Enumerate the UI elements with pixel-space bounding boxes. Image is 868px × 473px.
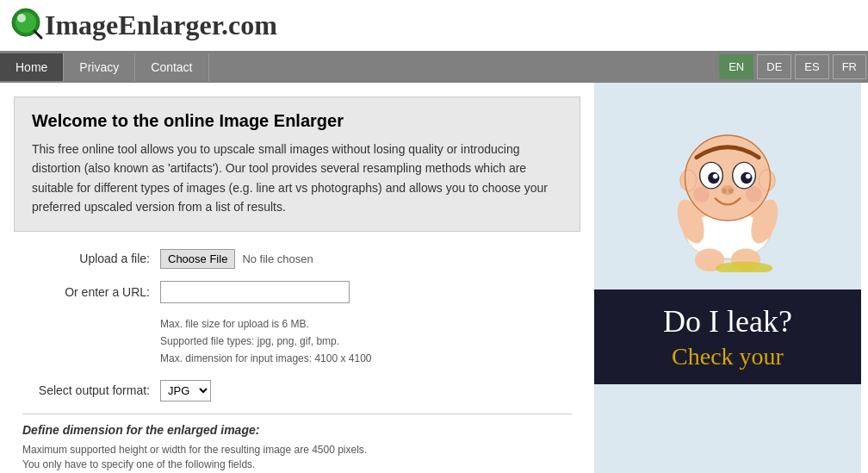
nav-contact[interactable]: Contact: [135, 53, 208, 81]
svg-point-12: [713, 174, 718, 179]
format-control: JPG PNG GIF BMP: [160, 380, 211, 401]
no-file-text: No file chosen: [242, 252, 313, 265]
dimension-section: Define dimension for the enlarged image:…: [22, 414, 572, 470]
dimension-text-2: You only have to specify one of the foll…: [22, 458, 572, 470]
baby-image-area: [594, 83, 861, 289]
svg-line-3: [34, 31, 41, 38]
url-control: [160, 281, 350, 303]
file-info-types: Supported file types: jpg, png, gif, bmp…: [160, 333, 572, 350]
file-info-dim: Max. dimension for input images: 4100 x …: [160, 350, 572, 367]
lang-es[interactable]: ES: [795, 54, 828, 79]
svg-point-19: [746, 186, 762, 202]
format-label: Select output format:: [22, 383, 160, 397]
welcome-text: This free online tool allows you to upsc…: [32, 140, 562, 217]
site-title: ImageEnlarger.com: [45, 9, 277, 41]
dimension-text-1: Maximum supported height or width for th…: [22, 442, 572, 458]
svg-point-24: [716, 262, 773, 272]
header: ImageEnlarger.com: [0, 0, 868, 51]
svg-point-14: [746, 174, 751, 179]
svg-point-18: [693, 186, 710, 202]
sidebar: Do I leak? Check your: [594, 83, 861, 473]
lang-fr[interactable]: FR: [833, 54, 866, 79]
svg-point-2: [17, 14, 26, 22]
upload-control: Choose File No file chosen: [160, 249, 313, 269]
form-area: Upload a file: Choose File No file chose…: [14, 249, 580, 470]
welcome-box: Welcome to the online Image Enlarger Thi…: [14, 96, 580, 232]
svg-point-17: [728, 189, 734, 194]
file-info: Max. file size for upload is 6 MB. Suppo…: [160, 315, 572, 368]
upload-row: Upload a file: Choose File No file chose…: [22, 249, 572, 269]
nav-home[interactable]: Home: [0, 53, 64, 81]
logo-icon: [10, 7, 45, 44]
content-area: Welcome to the online Image Enlarger Thi…: [0, 83, 594, 473]
dimension-title: Define dimension for the enlarged image:: [22, 423, 572, 437]
file-info-size: Max. file size for upload is 6 MB.: [160, 315, 572, 333]
url-label: Or enter a URL:: [22, 285, 160, 299]
format-select[interactable]: JPG PNG GIF BMP: [160, 380, 211, 401]
lang-de[interactable]: DE: [757, 54, 791, 79]
nav-privacy[interactable]: Privacy: [64, 53, 135, 81]
main-layout: Welcome to the online Image Enlarger Thi…: [0, 83, 868, 473]
url-input[interactable]: [160, 281, 350, 303]
do-i-leak-text: Do I leak?: [608, 303, 847, 339]
upload-label: Upload a file:: [22, 252, 160, 265]
choose-file-button[interactable]: Choose File: [160, 249, 235, 269]
baby-illustration: [633, 100, 822, 272]
lang-en[interactable]: EN: [719, 54, 753, 79]
svg-point-16: [722, 189, 727, 194]
svg-point-8: [759, 170, 775, 191]
ad-text-area: Do I leak? Check your: [594, 289, 861, 384]
nav-bar: Home Privacy Contact EN DE ES FR: [0, 51, 868, 83]
url-row: Or enter a URL:: [22, 281, 572, 303]
check-your-text: Check your: [608, 343, 847, 370]
svg-point-7: [680, 170, 697, 191]
format-row: Select output format: JPG PNG GIF BMP: [22, 380, 572, 401]
welcome-title: Welcome to the online Image Enlarger: [32, 111, 562, 131]
